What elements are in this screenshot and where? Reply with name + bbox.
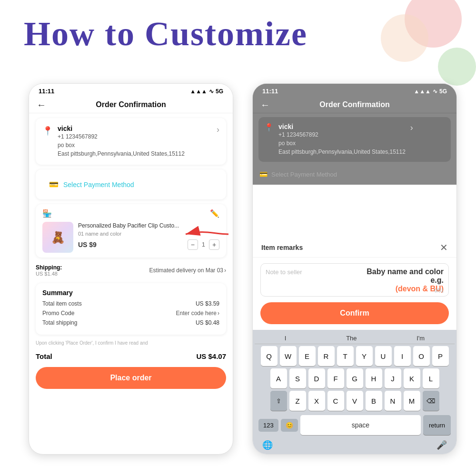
key-delete[interactable]: ⌫ xyxy=(423,391,439,411)
edit-icon[interactable]: ✏️ xyxy=(210,209,219,218)
key-o[interactable]: O xyxy=(413,346,430,366)
keyboard-row-2: A S D F G H J K L xyxy=(255,368,455,388)
right-address-chevron-icon[interactable]: › xyxy=(410,123,413,133)
shipping-amount: US $1.48 xyxy=(36,271,62,277)
address-name: vicki xyxy=(58,125,185,132)
page-title: How to Customize xyxy=(24,14,307,54)
key-g[interactable]: G xyxy=(347,368,363,388)
place-order-button[interactable]: Place order xyxy=(36,367,226,389)
left-total-row: Total US $4.07 xyxy=(29,348,233,364)
instruction-line1: Baby name and color xyxy=(367,268,444,276)
key-m[interactable]: M xyxy=(404,391,420,411)
left-shipping-row: Shipping: US $1.48 Estimated delivery on… xyxy=(29,260,233,280)
key-f[interactable]: F xyxy=(327,368,344,388)
bg-decoration-green xyxy=(438,48,476,86)
sheet-title: Item remarks xyxy=(261,244,303,251)
right-address-street: po box xyxy=(278,139,406,148)
key-j[interactable]: J xyxy=(385,368,401,388)
keyboard-bottom-row: 123 😊 space return xyxy=(255,413,455,437)
left-back-button[interactable]: ← xyxy=(37,99,46,110)
address-phone: +1 1234567892 xyxy=(58,132,185,141)
suggestion-the[interactable]: The xyxy=(346,335,357,342)
item-remarks-sheet: Item remarks ✕ Note to seller Baby name … xyxy=(253,235,456,454)
left-page-header: ← Order Confirmation xyxy=(29,97,233,113)
promo-value[interactable]: Enter code here › xyxy=(176,310,219,317)
left-status-icons: ▲▲▲ ∿ 5G xyxy=(190,88,223,95)
suggestion-i[interactable]: I xyxy=(285,335,287,342)
key-h[interactable]: H xyxy=(366,368,382,388)
left-summary-card: Summary Total item costs US $3.59 Promo … xyxy=(36,283,226,335)
total-shipping-value: US $0.48 xyxy=(196,319,219,326)
key-b[interactable]: B xyxy=(366,391,382,411)
key-space[interactable]: space xyxy=(300,415,421,435)
red-arrow-indicator xyxy=(176,225,233,246)
key-shift[interactable]: ⇧ xyxy=(270,391,287,411)
right-page-header: ← Order Confirmation xyxy=(253,97,456,113)
item-costs-value: US $3.59 xyxy=(196,300,219,307)
key-d[interactable]: D xyxy=(308,368,325,388)
total-value: US $4.07 xyxy=(196,352,226,360)
right-signal-icon: ▲▲▲ xyxy=(414,88,431,95)
suggestion-im[interactable]: I'm xyxy=(416,335,425,342)
left-status-time: 11:11 xyxy=(39,88,54,95)
right-payment-label: Select Payment Method xyxy=(271,171,337,178)
right-payment-row: 💳 Select Payment Method xyxy=(253,166,456,183)
shop-icon: 🏪 xyxy=(42,209,52,218)
right-phone-mockup: 11:11 ▲▲▲ ∿ 5G ← Order Confirmation 📍 vi… xyxy=(252,83,457,455)
keyboard[interactable]: I The I'm Q W E R T Y U I O P A S D F xyxy=(253,330,456,454)
key-w[interactable]: W xyxy=(280,346,297,366)
key-t[interactable]: T xyxy=(337,346,354,366)
left-address-card: 📍 vicki +1 1234567892 po box East pittsb… xyxy=(36,118,226,165)
sheet-close-button[interactable]: ✕ xyxy=(440,242,448,253)
key-emoji[interactable]: 😊 xyxy=(281,419,298,432)
right-address-name: vicki xyxy=(278,123,406,130)
key-p[interactable]: P xyxy=(432,346,449,366)
key-y[interactable]: Y xyxy=(356,346,373,366)
location-icon: 📍 xyxy=(42,126,53,136)
note-instruction: Baby name and color e.g. (devon & BU) xyxy=(367,268,444,293)
right-phone-dark-area: 11:11 ▲▲▲ ∿ 5G ← Order Confirmation 📍 vi… xyxy=(253,84,456,185)
key-u[interactable]: U xyxy=(375,346,392,366)
key-z[interactable]: Z xyxy=(289,391,306,411)
keyboard-suggestions: I The I'm xyxy=(255,333,455,344)
right-status-bar: 11:11 ▲▲▲ ∿ 5G xyxy=(253,84,456,97)
wifi-icon: ∿ xyxy=(209,88,214,95)
address-city: East pittsburgh,Pennsylvania,United Stat… xyxy=(58,149,185,158)
right-header-title: Order Confirmation xyxy=(319,100,390,109)
key-l[interactable]: L xyxy=(423,368,439,388)
char-count: 0/51 xyxy=(435,288,444,293)
key-q[interactable]: Q xyxy=(261,346,278,366)
wallet-icon: 💳 xyxy=(49,180,59,189)
right-back-button[interactable]: ← xyxy=(260,99,270,110)
key-return[interactable]: return xyxy=(423,415,451,435)
key-a[interactable]: A xyxy=(270,368,287,388)
address-street: po box xyxy=(58,141,185,149)
note-to-seller-area[interactable]: Note to seller Baby name and color e.g. … xyxy=(260,263,449,297)
key-n[interactable]: N xyxy=(385,391,401,411)
total-shipping-label: Total shipping xyxy=(42,319,77,326)
key-k[interactable]: K xyxy=(404,368,420,388)
shipping-label: Shipping: xyxy=(36,264,62,271)
total-label: Total xyxy=(36,352,52,360)
address-chevron-icon[interactable]: › xyxy=(217,125,219,135)
left-phone-mockup: 11:11 ▲▲▲ ∿ 5G ← Order Confirmation 📍 vi… xyxy=(29,83,233,455)
left-status-bar: 11:11 ▲▲▲ ∿ 5G xyxy=(29,84,233,97)
key-globe[interactable]: 🌐 xyxy=(262,440,273,450)
key-i[interactable]: I xyxy=(394,346,411,366)
confirm-button[interactable]: Confirm xyxy=(260,302,449,324)
shipping-delivery: Estimated delivery on Mar 03 › xyxy=(149,264,226,277)
key-c[interactable]: C xyxy=(327,391,344,411)
key-e[interactable]: E xyxy=(299,346,316,366)
item-costs-label: Total item costs xyxy=(42,300,82,307)
signal-icon: ▲▲▲ xyxy=(190,88,207,95)
left-payment-card[interactable]: 💳 Select Payment Method xyxy=(36,169,226,199)
key-x[interactable]: X xyxy=(308,391,325,411)
right-status-time: 11:11 xyxy=(262,88,278,95)
right-battery-icon: 5G xyxy=(439,88,447,95)
key-s[interactable]: S xyxy=(289,368,306,388)
key-r[interactable]: R xyxy=(318,346,335,366)
right-wifi-icon: ∿ xyxy=(433,88,437,95)
key-v[interactable]: V xyxy=(347,391,363,411)
key-microphone[interactable]: 🎤 xyxy=(436,440,447,450)
key-123[interactable]: 123 xyxy=(258,419,278,432)
